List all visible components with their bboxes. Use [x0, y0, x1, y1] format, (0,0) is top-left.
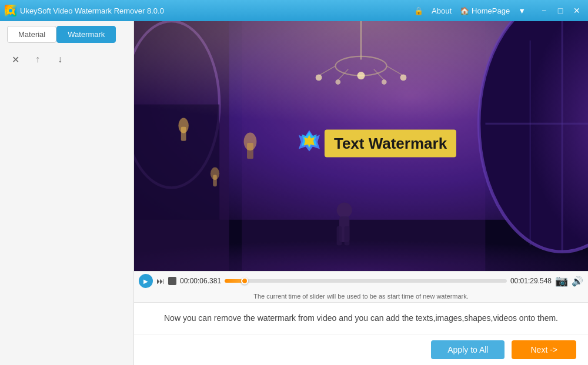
watermark-overlay: Text Watermark — [298, 129, 456, 158]
svg-point-10 — [211, 167, 219, 180]
sidebar-actions: ✕ ↑ ↓ — [0, 48, 133, 71]
app-icon — [5, 5, 16, 16]
delete-item-button[interactable]: ✕ — [7, 51, 24, 68]
sidebar-tabs: Material Watermark — [0, 21, 133, 48]
watermark-tab[interactable]: Watermark — [56, 26, 116, 43]
svg-point-21 — [335, 79, 340, 85]
slider-info-row: The current time of slider will be used … — [134, 290, 588, 302]
svg-point-19 — [316, 74, 322, 81]
svg-rect-31 — [337, 226, 342, 246]
progress-bar[interactable] — [225, 279, 507, 283]
next-button[interactable]: Next -> — [512, 340, 576, 359]
title-bar-left: UkeySoft Video Watermark Remover 8.0.0 — [5, 5, 164, 16]
down-icon: ↓ — [58, 54, 62, 65]
apply-to-all-button[interactable]: Apply to All — [431, 340, 505, 359]
svg-point-20 — [400, 74, 406, 81]
close-button[interactable]: ✕ — [570, 4, 583, 17]
info-text: Now you can remove the watermark from vi… — [146, 312, 576, 324]
lock-icon: 🔒 — [414, 6, 423, 15]
window-controls: − □ ✕ — [537, 4, 583, 17]
title-bar-nav: 🔒 About 🏠 HomePage ▼ — [414, 6, 526, 15]
current-time: 00:00:06.381 — [180, 277, 221, 285]
video-controls-row: ▶ ⏭ 00:00:06.381 00:01:29.548 📷 🔊 — [134, 271, 588, 290]
watermark-logo-icon — [298, 129, 321, 158]
main-container: Material Watermark ✕ ↑ ↓ — [0, 21, 588, 365]
slider-message: The current time of slider will be used … — [140, 292, 582, 301]
minimize-button[interactable]: − — [537, 4, 550, 17]
app-title: UkeySoft Video Watermark Remover 8.0.0 — [20, 6, 164, 15]
volume-icon: 🔊 — [572, 276, 583, 286]
step-forward-icon: ⏭ — [156, 276, 165, 286]
svg-point-34 — [244, 133, 257, 151]
video-background: Text Watermark — [134, 21, 588, 271]
screenshot-button[interactable]: 📷 — [555, 274, 568, 287]
maximize-button[interactable]: □ — [554, 4, 567, 17]
up-icon: ↑ — [35, 54, 40, 65]
svg-point-23 — [357, 72, 365, 79]
progress-handle[interactable] — [241, 277, 248, 284]
lock-icon-nav: 🔒 — [414, 6, 423, 15]
home-icon: 🏠 — [460, 6, 469, 15]
camera-icon: 📷 — [555, 275, 568, 287]
material-tab[interactable]: Material — [7, 26, 56, 43]
left-panel: Material Watermark ✕ ↑ ↓ — [0, 21, 134, 365]
dropdown-nav[interactable]: ▼ — [518, 6, 526, 15]
step-forward-button[interactable]: ⏭ — [156, 276, 165, 286]
volume-button[interactable]: 🔊 — [572, 276, 583, 287]
right-panel: Text Watermark T + + — [134, 21, 588, 365]
video-frame: Text Watermark T + + — [134, 21, 588, 271]
svg-point-1 — [9, 9, 12, 12]
title-bar: UkeySoft Video Watermark Remover 8.0.0 🔒… — [0, 0, 588, 21]
svg-point-22 — [382, 79, 387, 85]
move-up-button[interactable]: ↑ — [29, 51, 46, 68]
homepage-label: HomePage — [472, 6, 510, 15]
about-label: About — [432, 6, 452, 15]
homepage-nav-item[interactable]: 🏠 HomePage — [460, 6, 510, 15]
stop-button[interactable] — [168, 277, 176, 285]
play-button[interactable]: ▶ — [139, 274, 153, 288]
watermark-text-label: Text Watermark — [334, 134, 447, 152]
bottom-panel: Now you can remove the watermark from vi… — [134, 302, 588, 334]
delete-icon: ✕ — [12, 54, 19, 65]
svg-point-29 — [337, 202, 352, 217]
svg-rect-32 — [345, 226, 350, 246]
play-icon: ▶ — [143, 278, 148, 284]
title-bar-right: 🔒 About 🏠 HomePage ▼ − □ ✕ — [414, 4, 583, 17]
about-nav-item[interactable]: About — [432, 6, 452, 15]
action-bar: Apply to All Next -> — [134, 334, 588, 365]
watermark-text-box: Text Watermark — [325, 129, 456, 157]
move-down-button[interactable]: ↓ — [52, 51, 68, 68]
dropdown-icon: ▼ — [518, 6, 526, 15]
end-time: 00:01:29.548 — [510, 277, 552, 285]
